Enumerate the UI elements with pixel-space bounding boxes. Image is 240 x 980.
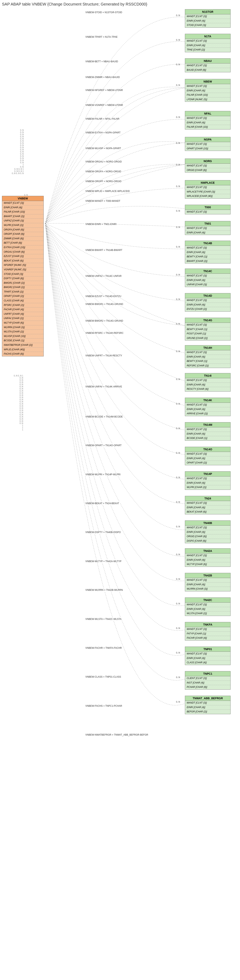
entity-field-row: MANDT [CLNT (3)] (185, 578, 230, 582)
entity-field-row: EINRI [CHAR (4)] (185, 558, 230, 563)
cardinality-label: 0..N (176, 350, 180, 352)
entity-tn14i[interactable]: TN14IMANDT [CLNT (3)]EINRI [CHAR (4)]RES… (185, 373, 230, 391)
entity-header: NWPLACE (185, 180, 230, 185)
entity-t000[interactable]: T000MANDT [CLNT (3)] (185, 205, 230, 214)
source-field-row: WLRRN [CHAR (3)] (2, 325, 43, 330)
entity-header: TN14B (185, 241, 230, 246)
entity-tn14k[interactable]: TN14KMANDT [CLNT (3)]EINRI [CHAR (4)]ARR… (185, 398, 230, 416)
entity-tn40b[interactable]: TN40BMANDT [CLNT (3)]EINRI [CHAR (4)]ORG… (185, 520, 230, 543)
entity-field-row: UNFAR [CHAR (3)] (185, 283, 230, 287)
edge-label: VNBEW-BETT = NBAU-BAUID (85, 60, 119, 63)
source-field-row: DSPTY [CHAR (8)] (2, 277, 43, 281)
source-field-row: MANDT [CLNT (3)] (2, 201, 43, 205)
entity-header: TN14K (185, 398, 230, 403)
entity-tnwat[interactable]: TNWAT_ABB_BEFRGRMANDT [CLNT (3)]EINRI [C… (185, 696, 230, 714)
entity-n1ta[interactable]: N1TAMANDT [CLNT (3)]EINRI [CHAR (4)]TPAE… (185, 34, 230, 52)
entity-nbew[interactable]: NBEWMANDT [CLNT (3)]EINRI [CHAR (4)]FALN… (185, 79, 230, 102)
source-field-row: UNFKZ [CHAR (3)] (2, 219, 43, 223)
source-field-row: VGNREF [NUMC (5)] (2, 267, 43, 272)
entity-tn42b[interactable]: TN42BMANDT [CLNT (3)]EINRI [CHAR (4)]WLR… (185, 573, 230, 591)
entity-tn14b[interactable]: TN14BMANDT [CLNT (3)]EINRI [CHAR (4)]BEW… (185, 241, 230, 264)
entity-tn24[interactable]: TN24MANDT [CLNT (3)]EINRI [CHAR (4)]BEKA… (185, 496, 230, 514)
entity-tn01[interactable]: TN01MANDT [CLNT (3)]EINRI [CHAR (4)] (185, 221, 230, 235)
entity-vnbew[interactable]: VNBEW MANDT [CLNT (3)]EINRI [CHAR (4)]FA… (2, 196, 44, 356)
entity-field-row: REFSRC [CHAR (2)] (185, 364, 230, 368)
edge-label: VNBEW-RFSRC = TN14H-REFSRC (85, 331, 124, 334)
entity-norg[interactable]: NORGMANDT [CLNT (3)]ORGID [CHAR (8)] (185, 159, 230, 172)
edge-label: VNBEW-EXTKH = NGPA-GPART (85, 131, 122, 134)
cardinality-label: 0..N (176, 323, 180, 325)
entity-field-row: MANDT [CLNT (3)] (185, 525, 230, 530)
source-field-row: ORGAU [CHAR (8)] (2, 250, 43, 255)
entity-field-row: EINRI [CHAR (4)] (185, 278, 230, 283)
entity-field-row: MANDT [CLNT (3)] (185, 378, 230, 383)
entity-field-row: MANDT [CLNT (3)] (185, 226, 230, 231)
entity-header: TN40B (185, 521, 230, 525)
entity-field-row: BAUID [CHAR (8)] (185, 68, 230, 72)
entity-nbau[interactable]: NBAUMANDT [CLNT (3)]BAUID [CHAR (8)] (185, 58, 230, 72)
entity-tn14d[interactable]: TN14DMANDT [CLNT (3)]EINRI [CHAR (4)]ENT… (185, 293, 230, 312)
entity-field-row: TPAE [CHAR (2)] (185, 48, 230, 52)
entity-field-row: EINRI [CHAR (4)] (185, 457, 230, 461)
edge-label: VNBEW-UNFAV = TN14K-ARRIVE (85, 385, 123, 388)
entity-header: TN14D (185, 293, 230, 298)
connector-lines (0, 7, 240, 978)
entity-field-row: MANDT [CLNT (3)] (185, 403, 230, 407)
entity-field-row: BWART [CHAR (2)] (185, 259, 230, 264)
source-field-row: NWATBEFRGR [CHAR (2)] (2, 343, 43, 348)
cardinality-label: 0..N (176, 652, 180, 654)
source-field-row: ORGPF [CHAR (8)] (2, 232, 43, 237)
entity-field-row: EINRI [CHAR (4)] (185, 432, 230, 436)
entity-field-row: EINRI [CHAR (4)] (185, 19, 230, 23)
edge-label: VNBEW-CLASS = TNP01-CLASS (85, 675, 122, 678)
cardinality-label: 0..N (176, 39, 180, 41)
cardinality-label: 0..N (176, 627, 180, 629)
cardinality-label: 0..N (176, 142, 180, 144)
entity-tnpc1[interactable]: TNPC1CLIENT [CLNT (3)]INST [CHAR (4)]PCH… (185, 671, 230, 690)
entity-tn14m[interactable]: TN14MMANDT [CLNT (3)]EINRI [CHAR (4)]BCO… (185, 422, 230, 441)
entity-field-row: FALNR [CHAR (10)] (185, 125, 230, 129)
entity-nfal[interactable]: NFALMANDT [CLNT (3)]EINRI [CHAR (4)]FALN… (185, 111, 230, 129)
source-field-row: WLHSP [CHAR (10)] (2, 334, 43, 339)
entity-header: N1TA (185, 34, 230, 39)
entity-tn14h[interactable]: TN14HMANDT [CLNT (3)]EINRI [CHAR (4)]BEW… (185, 345, 230, 368)
entity-header: TN24 (185, 496, 230, 501)
entity-field-row: BEWTY [CHAR (1)] (185, 255, 230, 259)
edge-label: VNBEW-NFGREF = NBEW-LFDNR (85, 89, 124, 92)
entity-tn42a[interactable]: TN42AMANDT [CLNT (3)]EINRI [CHAR (4)]WLT… (185, 548, 230, 567)
source-field-row: NFGREF [NUMC (5)] (2, 263, 43, 267)
entity-tn14g[interactable]: TN14GMANDT [CLNT (3)]BEWTY [CHAR (1)]POS… (185, 318, 230, 340)
edge-label: VNBEW-WLHSP = NGPA-GPART (85, 147, 122, 150)
entity-nwplace[interactable]: NWPLACEMANDT [CLNT (3)]WPLACETYPE [CHAR … (185, 180, 230, 199)
entity-ngpa[interactable]: NGPAMANDT [CLNT (3)]GPART [CHAR (10)] (185, 137, 230, 151)
source-field-row: BEKAT [CHAR (6)] (2, 259, 43, 263)
entity-field-row: POSIT [CHAR (1)] (185, 332, 230, 336)
entity-field-row: MANDT [CLNT (3)] (185, 323, 230, 327)
entity-tn14o[interactable]: TN14OMANDT [CLNT (3)]EINRI [CHAR (4)]OPA… (185, 447, 230, 465)
entity-field-row: GPART [CHAR (10)] (185, 146, 230, 151)
entity-tnkfa[interactable]: TNKFAMANDT [CLNT (3)]FATYP [CHAR (1)]FAC… (185, 622, 230, 641)
entity-header: NBAU (185, 59, 230, 64)
entity-n1stgr[interactable]: N1STGRMANDT [CLNT (3)]EINRI [CHAR (4)]ST… (185, 9, 230, 28)
cardinality-label: 0..N (176, 602, 180, 605)
entity-header: N1STGR (185, 10, 230, 14)
entity-header: TN14I (185, 373, 230, 378)
entity-tn14c[interactable]: TN14CMANDT [CLNT (3)]EINRI [CHAR (4)]UNF… (185, 269, 230, 287)
entity-field-row: EINRI [CHAR (4)] (185, 656, 230, 661)
cardinality-label: 0..N (176, 164, 180, 166)
entity-tn14p[interactable]: TN14PMANDT [CLNT (3)]EINRI [CHAR (4)]WLP… (185, 471, 230, 490)
entity-tn42c[interactable]: TN42CMANDT [CLNT (3)]EINRI [CHAR (4)]WLS… (185, 597, 230, 616)
entity-field-row: WLSTA [CHAR (2)] (185, 611, 230, 616)
entity-field-row: ARRIVE [CHAR (2)] (185, 412, 230, 416)
cardinality-label: 0..N (176, 246, 180, 248)
source-field-row: STOID [CHAR (3)] (2, 272, 43, 277)
edge-label: VNBEW-OPART = TN14O-OPART (85, 444, 122, 447)
entity-tnp01[interactable]: TNP01MANDT [CLNT (3)]EINRI [CHAR (4)]CLA… (185, 647, 230, 665)
entity-field-row: BEWTY [CHAR (1)] (185, 327, 230, 332)
edge-label: VNBEW-WLRRN = TN42B-WLRRN (85, 589, 124, 592)
cardinality-label: 0..N (176, 185, 180, 188)
entity-field-row: MANDT [CLNT (3)] (185, 554, 230, 558)
entity-header: TN14O (185, 447, 230, 452)
cardinality-label: 0..N (176, 676, 180, 678)
entity-field-row: WPLACEID [CHAR (40)] (185, 194, 230, 199)
